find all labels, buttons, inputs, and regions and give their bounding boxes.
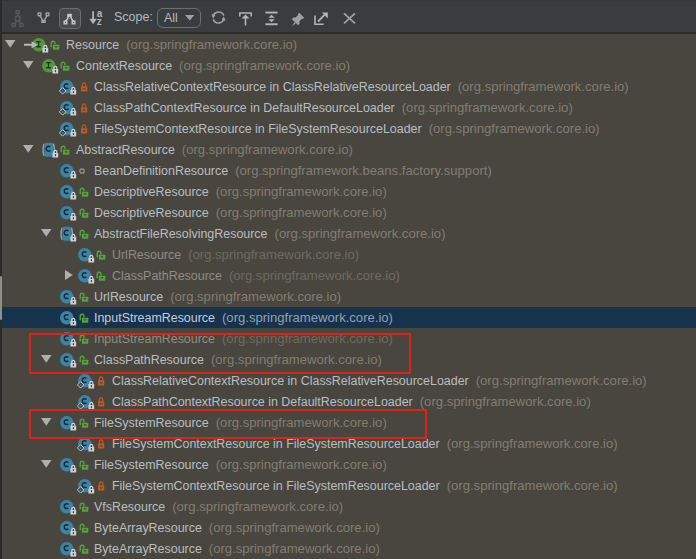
svg-text:z: z xyxy=(97,16,102,27)
